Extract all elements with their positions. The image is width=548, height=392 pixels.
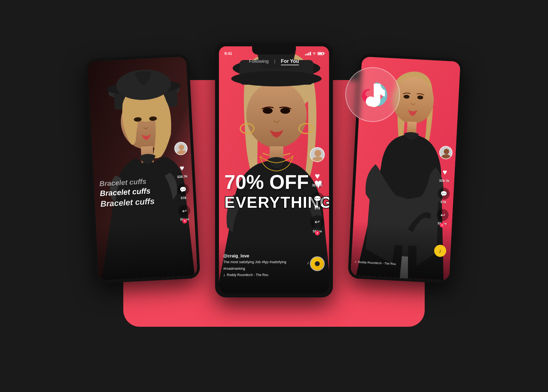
left-avatar [174,141,188,155]
center-heart-icon: ♥ [310,169,324,183]
music-row: ♪ Roddy Roundicch - The Rou [223,273,310,277]
left-like-group[interactable]: ♥ 328.7K [176,162,189,179]
signal-bar-4 [310,52,311,55]
phone-center: 9:41 [215,42,333,297]
right-share-icon: ↪ [436,209,449,221]
status-icons [305,52,324,55]
scene: Bracelet cuffs Bracelet cuffs Bracelet c… [82,32,466,360]
center-avatar [310,147,325,162]
phone-left: Bracelet cuffs Bracelet cuffs Bracelet c… [85,54,200,284]
center-comment-group[interactable]: 💬 578 [310,192,324,210]
svg-point-9 [179,144,184,150]
center-music-note-float: ♪ [307,260,309,266]
svg-point-25 [231,71,322,86]
left-share-icon: ↪ [178,204,190,217]
center-like-count: 328.7K [312,183,323,187]
center-comment-count: 578 [315,206,320,210]
music-text: Roddy Roundicch - The Rou [227,273,268,277]
right-avatar-group[interactable]: + [439,146,453,159]
center-side-icons: + ♥ 328.7K 💬 578 ↪ [310,147,325,233]
music-note-icon: ♪ [223,273,225,277]
center-follow-plus[interactable]: + [315,231,320,235]
nav-following[interactable]: Following [249,59,269,64]
center-avatar-group[interactable]: + [310,147,325,162]
svg-point-18 [263,108,273,114]
right-comment-icon: 💬 [437,187,450,200]
center-like-group[interactable]: ♥ 328.7K [310,169,324,187]
wifi-icon [312,52,316,55]
right-comment-count: 578 [440,200,446,204]
phone-notch [252,46,296,55]
center-comment-icon: 💬 [310,192,324,206]
left-avatar-group[interactable]: + [174,141,188,155]
nav-underline [281,65,299,65]
battery-icon [318,52,324,55]
caption-line1: The most satisfying Job #fyp #satisfying [223,260,310,265]
bottom-info: @craig_love The most satisfying Job #fyp… [223,254,310,277]
username[interactable]: @craig_love [223,254,310,259]
right-heart-icon: ♥ [438,166,451,178]
tiktok-logo [345,67,400,122]
right-like-group[interactable]: ♥ 328.7K [438,166,451,183]
sale-main-text: 70% OFF [224,171,309,193]
music-note-icon: ♪ [439,248,442,254]
nav-foryou-container: For You [281,58,299,64]
right-like-count: 328.7K [439,178,450,183]
battery-fill [318,53,322,54]
right-music-note: ♪ [355,260,356,264]
phone-left-screen: Bracelet cuffs Bracelet cuffs Bracelet c… [87,56,197,281]
signal-bar-3 [308,53,309,55]
nav-bar: Following | For You [219,58,329,64]
left-comment-icon: 💬 [177,183,189,196]
caption-line2: #roadmarking [223,266,310,271]
right-comment-group[interactable]: 💬 578 [437,187,450,204]
signal-bar-1 [305,54,306,55]
svg-point-19 [280,108,290,114]
nav-foryou[interactable]: For You [281,58,299,64]
left-bottom-gradient [96,221,198,281]
caption-hashtag: #roadmarking [223,266,245,271]
caption-text: The most satisfying Job #fyp #satisfying [223,260,286,264]
left-like-count: 328.7K [177,174,188,179]
center-share-icon: ↪ [310,215,324,229]
svg-point-17 [246,82,307,148]
left-heart-icon: ♥ [176,162,188,174]
tiktok-logo-circle [345,67,400,122]
bracelet-texts: Bracelet cuffs Bracelet cuffs Bracelet c… [99,177,155,209]
center-music-disc [310,256,325,271]
disc-inner [315,261,320,266]
status-time: 9:41 [224,51,232,56]
svg-point-15 [444,149,449,154]
nav-divider: | [274,59,275,64]
signal-bars-icon [305,52,311,55]
tiktok-logo-svg [355,77,390,112]
phone-center-screen: 9:41 [219,46,329,294]
left-comment-count: 578 [181,196,186,200]
svg-point-26 [315,150,321,157]
right-avatar [439,146,453,159]
signal-bar-2 [307,53,308,55]
left-comment-group[interactable]: 💬 578 [177,183,190,200]
